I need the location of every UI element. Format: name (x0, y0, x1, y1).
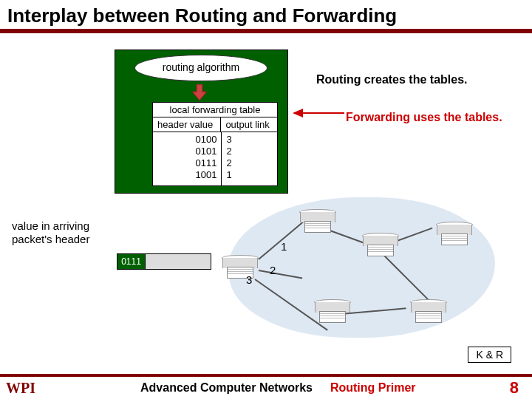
footer-page-number: 8 (510, 378, 519, 398)
router-icon (222, 255, 259, 282)
table-row: 0100 (157, 134, 216, 146)
kr-citation: K & R (468, 347, 511, 363)
wpi-logo: WPI (0, 380, 59, 397)
col-header-value: header value (153, 117, 221, 132)
diagram-area: routing algorithm local forwarding table… (0, 33, 532, 358)
table-row: 2 (226, 157, 273, 169)
value-label-line1: value in arriving (12, 219, 89, 233)
port-label-3: 3 (246, 273, 252, 286)
packet-header-value: 0111 (117, 254, 146, 269)
arriving-packet: 0111 (117, 253, 211, 270)
footer-topic: Routing Primer (330, 381, 416, 395)
value-label: value in arriving packet's header (12, 219, 89, 246)
value-label-line2: packet's header (12, 233, 89, 246)
routing-box: routing algorithm local forwarding table… (115, 50, 288, 194)
down-arrow-icon (192, 84, 207, 100)
router-icon (362, 233, 399, 259)
routing-algorithm-oval: routing algorithm (134, 55, 267, 81)
logo-text: WPI (6, 380, 35, 396)
table-rows: 0100 0101 0111 1001 3 2 2 1 (153, 132, 277, 185)
table-header: header value output link (153, 117, 277, 132)
table-row: 0101 (157, 146, 216, 157)
port-label-1: 1 (281, 240, 287, 253)
col-output-link: output link (221, 117, 277, 132)
table-row: 1 (226, 169, 273, 181)
footer: WPI Advanced Computer Networks Routing P… (0, 374, 532, 399)
router-icon (314, 299, 351, 326)
forwarding-table: local forwarding table header value outp… (152, 102, 278, 186)
footer-course: Advanced Computer Networks (140, 381, 313, 395)
router-icon (436, 222, 473, 248)
table-row: 1001 (157, 169, 216, 181)
router-icon (410, 299, 447, 326)
svg-marker-1 (293, 109, 303, 117)
network-cloud (229, 197, 495, 338)
port-label-2: 2 (270, 264, 276, 276)
packet-payload (146, 254, 211, 269)
note-forwarding: Forwarding uses the tables. (346, 111, 502, 124)
slide-title: Interplay between Routing and Forwarding (0, 0, 532, 29)
table-row: 3 (226, 134, 273, 146)
table-row: 0111 (157, 157, 216, 169)
router-icon (299, 209, 336, 236)
note-routing: Routing creates the tables. (316, 73, 468, 86)
table-caption: local forwarding table (153, 103, 277, 117)
table-row: 2 (226, 146, 273, 157)
left-arrow-icon (293, 106, 344, 120)
